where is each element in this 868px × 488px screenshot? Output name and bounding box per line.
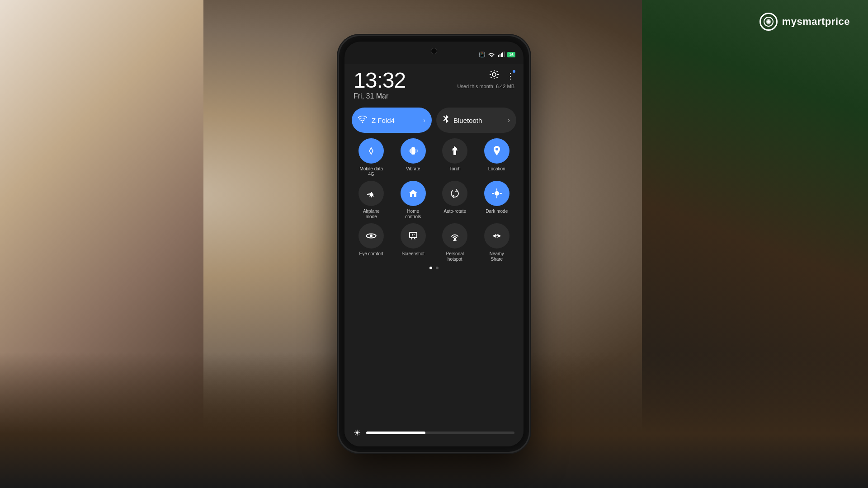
svg-rect-4	[501, 53, 502, 57]
time-section: 13:32 Fri, 31 Mar	[354, 70, 406, 100]
mobile-data-icon	[359, 138, 384, 164]
logo-container: mysmartprice	[760, 13, 850, 31]
torch-toggle[interactable]: Torch	[435, 138, 475, 177]
svg-rect-15	[454, 147, 456, 148]
icon-grid-row3: Eye comfort Screenshot	[352, 223, 516, 262]
vibrate-icon	[401, 138, 426, 164]
svg-point-1	[767, 20, 770, 23]
panel-header: 13:32 Fri, 31 Mar ⋮	[344, 64, 524, 103]
nearby-share-label: NearbyShare	[490, 251, 504, 262]
svg-rect-5	[502, 52, 503, 57]
svg-point-17	[495, 191, 499, 196]
dark-mode-toggle[interactable]: Dark mode	[477, 181, 517, 220]
bluetooth-label: Bluetooth	[453, 117, 503, 124]
phone-screen: 📳 16	[344, 42, 524, 446]
svg-rect-6	[504, 52, 505, 57]
nearby-share-icon	[484, 223, 509, 249]
auto-rotate-label: Auto-rotate	[444, 209, 466, 214]
front-camera	[431, 48, 437, 54]
dark-mode-icon	[484, 181, 509, 206]
data-usage: Used this month: 6.42 MB	[457, 84, 514, 89]
wifi-arrow-icon: ›	[423, 117, 425, 124]
svg-rect-3	[500, 54, 500, 57]
svg-rect-2	[498, 55, 499, 57]
settings-icon[interactable]	[489, 70, 499, 82]
airplane-mode-toggle[interactable]: Airplanemode	[352, 181, 391, 220]
airplane-mode-label: Airplanemode	[363, 209, 380, 220]
vibrate-label: Vibrate	[406, 166, 420, 172]
wifi-icon	[488, 52, 495, 58]
status-icons: 📳 16	[479, 52, 515, 58]
signal-icon	[498, 52, 505, 58]
torch-label: Torch	[449, 166, 460, 172]
eye-comfort-icon	[359, 223, 384, 249]
hotspot-icon	[442, 223, 467, 249]
page-dot-2	[436, 267, 439, 269]
panel-content: 13:32 Fri, 31 Mar ⋮	[344, 64, 524, 446]
bluetooth-arrow-icon: ›	[508, 117, 510, 124]
svg-rect-23	[410, 232, 417, 238]
logo-icon	[760, 13, 778, 31]
torch-icon	[442, 138, 467, 164]
hotspot-label: Personalhotspot	[446, 251, 464, 262]
phone-frame: 📳 16	[339, 36, 529, 452]
mobile-data-label: Mobile data4G	[359, 166, 383, 177]
time-display: 13:32	[354, 70, 406, 91]
home-controls-label: Homecontrols	[405, 209, 421, 220]
quick-toggles: Z Fold4 › Bluetooth ›	[344, 103, 524, 274]
menu-icon[interactable]: ⋮	[506, 71, 514, 81]
icon-grid-row2: Airplanemode Homecontrols	[352, 181, 516, 220]
date-display: Fri, 31 Mar	[354, 92, 406, 100]
svg-point-27	[454, 239, 456, 240]
location-label: Location	[488, 166, 505, 172]
svg-rect-8	[411, 147, 415, 155]
vibrate-toggle[interactable]: Vibrate	[394, 138, 433, 177]
wifi-wide-button[interactable]: Z Fold4 ›	[352, 108, 432, 133]
brightness-bar[interactable]: ☀	[344, 419, 524, 446]
screenshot-label: Screenshot	[401, 251, 425, 257]
dark-mode-label: Dark mode	[486, 209, 508, 214]
page-dots	[352, 267, 516, 269]
wide-buttons-row: Z Fold4 › Bluetooth ›	[352, 108, 516, 133]
page-dot-1	[429, 267, 432, 269]
eye-comfort-toggle[interactable]: Eye comfort	[352, 223, 391, 262]
logo-text: mysmartprice	[782, 16, 850, 28]
svg-rect-12	[417, 150, 418, 152]
svg-rect-9	[410, 149, 411, 153]
wifi-wide-icon	[358, 116, 367, 125]
brightness-fill	[366, 432, 425, 434]
svg-point-22	[370, 235, 373, 237]
home-controls-icon	[401, 181, 426, 206]
svg-rect-11	[409, 150, 410, 152]
bluetooth-wide-button[interactable]: Bluetooth ›	[436, 108, 516, 133]
vibrate-icon: 📳	[479, 52, 486, 58]
notification-dot	[513, 70, 515, 73]
location-toggle[interactable]: Location	[477, 138, 517, 177]
brightness-icon: ☀	[354, 428, 361, 438]
screenshot-toggle[interactable]: Screenshot	[394, 223, 433, 262]
auto-rotate-icon	[442, 181, 467, 206]
icon-grid-row1: Mobile data4G Vibrate	[352, 138, 516, 177]
top-icons: ⋮	[489, 70, 514, 82]
airplane-mode-icon	[359, 181, 384, 206]
brightness-track[interactable]	[366, 432, 514, 434]
eye-comfort-label: Eye comfort	[359, 251, 383, 257]
home-controls-toggle[interactable]: Homecontrols	[394, 181, 433, 220]
auto-rotate-toggle[interactable]: Auto-rotate	[435, 181, 475, 220]
mobile-data-toggle[interactable]: Mobile data4G	[352, 138, 391, 177]
location-icon	[484, 138, 509, 164]
svg-rect-10	[415, 149, 416, 153]
hotspot-toggle[interactable]: Personalhotspot	[435, 223, 475, 262]
screenshot-icon	[401, 223, 426, 249]
bluetooth-icon	[443, 115, 449, 126]
svg-rect-13	[453, 150, 456, 155]
wifi-label: Z Fold4	[372, 117, 419, 124]
nearby-share-toggle[interactable]: NearbyShare	[477, 223, 517, 262]
svg-point-7	[492, 73, 496, 76]
panel-controls: ⋮ Used this month: 6.42 MB	[457, 70, 514, 89]
battery-icon: 16	[507, 52, 515, 57]
